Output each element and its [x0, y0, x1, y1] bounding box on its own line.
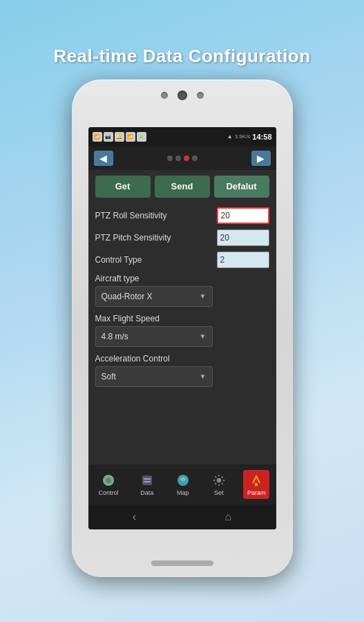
data-icon [140, 473, 155, 488]
ptz-roll-row: PTZ Roll Sensitivity [95, 207, 269, 224]
max-speed-label: Max Flight Speed [95, 314, 269, 323]
ptz-pitch-label: PTZ Pitch Sensitivity [95, 233, 217, 243]
max-speed-arrow-icon: ▼ [200, 332, 207, 340]
svg-point-6 [217, 478, 221, 482]
aircraft-type-value: Quad-Rotor X [102, 292, 153, 301]
nav-item-data[interactable]: Data [135, 470, 159, 499]
nav-dots [167, 156, 198, 161]
svg-rect-4 [144, 481, 151, 482]
nav-item-set[interactable]: Set [207, 470, 231, 499]
android-bar: ‹ ⌂ [88, 505, 276, 529]
accel-control-label: Acceleration Control [95, 354, 269, 364]
nav-arrow-right[interactable]: ▶ [251, 151, 271, 166]
phone-device: 📶 📷 🔔 📶 🔋 ▲ 3.9K/s 14:58 ◀ ▶ [72, 79, 293, 577]
phone-screen: 📶 📷 🔔 📶 🔋 ▲ 3.9K/s 14:58 ◀ ▶ [88, 127, 276, 529]
page-title: Real-time Data Configuration [53, 46, 310, 67]
svg-point-1 [106, 478, 111, 483]
status-icon-2: 📷 [104, 132, 113, 142]
aircraft-type-label: Aircraft type [95, 274, 269, 283]
speed-label: 3.9K/s [235, 133, 251, 140]
nav-dot-4 [192, 156, 198, 161]
phone-dot-right [197, 92, 204, 99]
wifi-icon: ▲ [227, 133, 233, 140]
home-button[interactable]: ⌂ [225, 511, 232, 523]
get-button[interactable]: Get [95, 176, 151, 198]
status-icon-4: 📶 [126, 132, 135, 142]
status-icons-left: 📶 📷 🔔 📶 🔋 [93, 132, 146, 142]
nav-item-map[interactable]: Map [171, 470, 195, 499]
status-time: 14:58 [252, 133, 271, 141]
status-icons-right: ▲ 3.9K/s 14:58 [227, 133, 272, 141]
svg-rect-7 [255, 483, 258, 486]
accel-control-arrow-icon: ▼ [200, 373, 207, 380]
control-type-input[interactable] [217, 252, 269, 268]
ptz-pitch-row: PTZ Pitch Sensitivity [95, 229, 269, 246]
svg-rect-3 [144, 478, 151, 480]
nav-label-param: Param [247, 489, 266, 496]
phone-bottom-speaker [151, 560, 213, 566]
set-icon [211, 473, 227, 488]
aircraft-type-wrapper: Aircraft type Quad-Rotor X ▼ [95, 274, 269, 307]
bottom-nav: Control Data [88, 464, 276, 505]
control-type-label: Control Type [95, 255, 217, 265]
nav-dot-3 [184, 156, 189, 161]
aircraft-type-dropdown[interactable]: Quad-Rotor X ▼ [95, 286, 213, 307]
status-icon-3: 🔔 [115, 132, 124, 142]
nav-item-control[interactable]: Control [95, 470, 123, 499]
nav-label-set: Set [214, 489, 224, 496]
phone-camera [178, 91, 187, 100]
control-type-row: Control Type [95, 252, 269, 268]
ptz-pitch-input[interactable] [217, 229, 269, 246]
nav-dot-1 [167, 156, 173, 161]
nav-arrow-left[interactable]: ◀ [94, 151, 113, 166]
max-speed-dropdown[interactable]: 4.8 m/s ▼ [95, 326, 213, 347]
accel-control-dropdown[interactable]: Soft ▼ [95, 366, 213, 387]
default-button[interactable]: Defalut [214, 176, 269, 198]
send-button[interactable]: Send [155, 176, 210, 198]
phone-bottom-bar [72, 560, 293, 566]
accel-control-wrapper: Acceleration Control Soft ▼ [95, 354, 269, 387]
param-icon [249, 473, 264, 488]
back-button[interactable]: ‹ [133, 511, 136, 523]
form-content: PTZ Roll Sensitivity PTZ Pitch Sensitivi… [88, 203, 276, 464]
max-speed-value: 4.8 m/s [102, 332, 128, 341]
nav-dot-2 [175, 156, 181, 161]
status-bar: 📶 📷 🔔 📶 🔋 ▲ 3.9K/s 14:58 [88, 127, 276, 147]
nav-label-control: Control [99, 489, 119, 496]
ptz-roll-label: PTZ Roll Sensitivity [95, 211, 217, 220]
phone-cameras [161, 91, 204, 100]
max-speed-wrapper: Max Flight Speed 4.8 m/s ▼ [95, 314, 269, 347]
ptz-roll-input[interactable] [217, 207, 269, 224]
nav-label-map: Map [177, 489, 189, 496]
phone-dot-left [161, 92, 168, 99]
control-icon [101, 473, 116, 488]
nav-label-data: Data [140, 489, 153, 496]
map-icon [175, 473, 191, 488]
status-icon-5: 🔋 [137, 132, 146, 142]
svg-rect-2 [142, 475, 152, 485]
action-buttons: Get Send Defalut [88, 170, 276, 203]
status-icon-1: 📶 [93, 132, 102, 142]
nav-item-param[interactable]: Param [243, 470, 270, 499]
nav-bar: ◀ ▶ [88, 147, 276, 170]
accel-control-value: Soft [102, 372, 116, 381]
phone-top-bar [72, 91, 293, 100]
aircraft-type-arrow-icon: ▼ [200, 292, 207, 300]
